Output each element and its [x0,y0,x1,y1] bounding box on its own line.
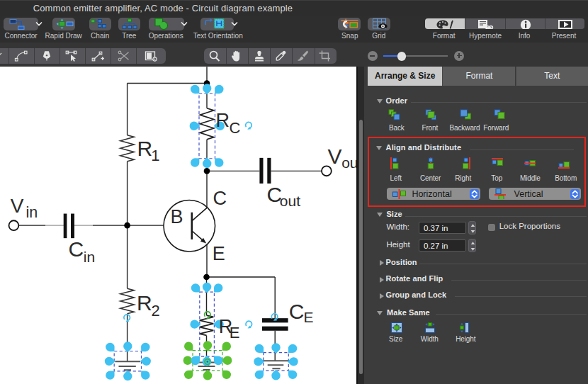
svg-text:out: out [341,154,357,171]
svg-text:E: E [213,242,225,264]
svg-text:B: B [171,206,183,227]
svg-text:out: out [280,193,300,209]
svg-text:C: C [230,119,241,137]
svg-text:1: 1 [151,147,159,164]
svg-text:R: R [216,110,230,131]
svg-text:C: C [289,300,305,323]
svg-text:in: in [26,204,38,221]
svg-text:R: R [137,291,152,315]
svg-text:C: C [69,237,84,260]
svg-text:in: in [84,248,95,264]
svg-text:2: 2 [152,301,160,319]
svg-text:R: R [137,136,153,159]
svg-text:E: E [230,324,240,341]
svg-text:C: C [213,187,227,208]
svg-text:V: V [328,144,342,167]
svg-text:V: V [11,195,24,217]
svg-text:E: E [304,309,314,325]
